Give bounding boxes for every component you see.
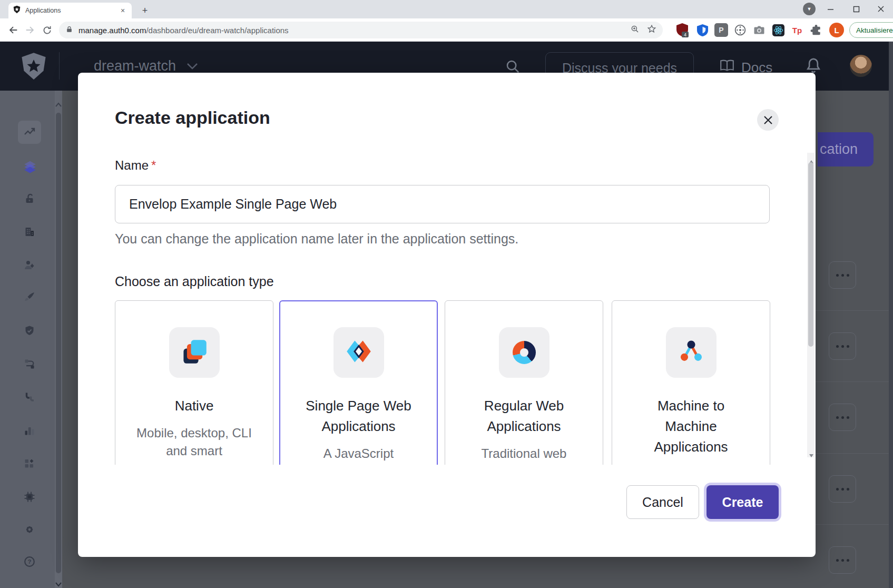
tab-close-icon[interactable]: × bbox=[118, 6, 127, 15]
card-description: Mobile, desktop, CLI and smart bbox=[136, 424, 253, 460]
application-name-input[interactable] bbox=[115, 185, 770, 223]
extensions-puzzle-icon[interactable] bbox=[809, 23, 823, 37]
zoom-in-icon[interactable] bbox=[630, 24, 640, 36]
update-button-label: Aktualisieren bbox=[856, 26, 893, 34]
sidebar-item-branding[interactable] bbox=[23, 291, 36, 303]
required-asterisk: * bbox=[151, 158, 156, 172]
sidebar-item-user-management[interactable] bbox=[23, 259, 36, 271]
page-scrollbar-right[interactable] bbox=[889, 42, 893, 588]
card-description: Traditional web bbox=[482, 445, 567, 463]
card-title: Regular Web Applications bbox=[466, 396, 582, 437]
url-bar[interactable]: manage.auth0.com/dashboard/eu/dream-watc… bbox=[59, 22, 663, 38]
svg-text:?: ? bbox=[27, 558, 31, 565]
lock-icon bbox=[65, 25, 73, 35]
card-single-page-web[interactable]: Single Page Web Applications A JavaScrip… bbox=[279, 300, 438, 465]
create-button[interactable]: Create bbox=[706, 485, 779, 519]
m2m-icon-box bbox=[666, 327, 717, 378]
reload-icon[interactable] bbox=[40, 23, 54, 37]
ublock-extension-icon[interactable]: 4 bbox=[675, 23, 689, 37]
row-actions-menu-button[interactable] bbox=[829, 475, 856, 503]
sidebar-item-extensions[interactable] bbox=[23, 491, 36, 503]
url-text: manage.auth0.com/dashboard/eu/dream-watc… bbox=[78, 26, 630, 35]
regular-web-icon-box bbox=[499, 327, 549, 378]
machine-to-machine-icon bbox=[678, 338, 705, 367]
card-regular-web[interactable]: Regular Web Applications Traditional web bbox=[445, 300, 603, 465]
auth0-favicon-icon bbox=[13, 5, 21, 16]
sidebar-item-help[interactable]: ? bbox=[23, 555, 36, 568]
react-devtools-extension-icon[interactable] bbox=[771, 23, 785, 37]
native-app-icon bbox=[181, 338, 208, 367]
modal-scrollbar-thumb[interactable] bbox=[808, 162, 813, 347]
card-title: Single Page Web Applications bbox=[301, 396, 417, 437]
window-minimize-button[interactable] bbox=[818, 0, 842, 18]
browser-titlebar: Applications × + ▼ bbox=[0, 0, 893, 18]
close-icon bbox=[763, 115, 773, 125]
tampermonkey-extension-icon[interactable]: Tp bbox=[790, 23, 804, 37]
target-extension-icon[interactable] bbox=[733, 23, 747, 37]
sidebar-item-monitoring[interactable] bbox=[23, 424, 36, 437]
window-close-button[interactable] bbox=[869, 0, 893, 18]
native-icon-box bbox=[169, 327, 220, 378]
auth0-logo-icon bbox=[20, 52, 47, 83]
card-machine-to-machine[interactable]: Machine to Machine Applications bbox=[612, 300, 770, 465]
single-page-app-icon bbox=[345, 338, 372, 367]
modal-scrollbar-down-icon[interactable] bbox=[809, 450, 813, 453]
browser-tab-applications[interactable]: Applications × bbox=[8, 3, 132, 18]
chevron-down-icon[interactable] bbox=[185, 62, 199, 73]
row-actions-menu-button[interactable] bbox=[829, 261, 856, 289]
user-avatar[interactable] bbox=[850, 55, 872, 77]
application-type-cards: Native Mobile, desktop, CLI and smart Si… bbox=[115, 300, 773, 465]
new-tab-button[interactable]: + bbox=[138, 4, 152, 18]
modal-close-button[interactable] bbox=[757, 109, 779, 131]
regular-web-app-icon bbox=[513, 341, 536, 364]
sidebar-item-applications[interactable] bbox=[23, 160, 36, 172]
card-title: Native bbox=[175, 396, 214, 416]
sidebar-item-marketplace[interactable] bbox=[23, 457, 36, 470]
card-native[interactable]: Native Mobile, desktop, CLI and smart bbox=[115, 300, 273, 465]
sidebar-item-security[interactable] bbox=[23, 325, 36, 337]
bitwarden-extension-icon[interactable] bbox=[695, 23, 709, 37]
name-helper-text: You can change the application name late… bbox=[115, 231, 518, 247]
modal-title: Create application bbox=[115, 107, 270, 128]
p-extension-icon[interactable]: P bbox=[714, 23, 728, 37]
row-actions-menu-button[interactable] bbox=[829, 404, 856, 431]
spa-icon-box bbox=[333, 327, 384, 378]
sidebar-item-auth-pipeline[interactable] bbox=[23, 391, 36, 404]
sidebar-item-activity[interactable] bbox=[23, 126, 36, 139]
forward-icon[interactable] bbox=[23, 23, 37, 37]
tenant-selector[interactable]: dream-watch bbox=[94, 58, 176, 74]
browser-profile-avatar[interactable]: L bbox=[829, 23, 844, 37]
cancel-button[interactable]: Cancel bbox=[626, 485, 699, 519]
choose-application-type-label: Choose an application type bbox=[115, 274, 274, 289]
screen: Applications × + ▼ manage.auth0.com/dash… bbox=[0, 0, 893, 588]
scrollbar-down-icon[interactable] bbox=[55, 580, 62, 585]
browser-update-menu-button[interactable]: Aktualisieren ⋮ bbox=[849, 22, 893, 38]
browser-update-icon[interactable]: ▼ bbox=[803, 3, 816, 15]
bookmark-star-icon[interactable] bbox=[647, 24, 656, 36]
modal-scrollbar-up-icon[interactable] bbox=[809, 156, 813, 159]
row-actions-menu-button[interactable] bbox=[829, 546, 856, 574]
ublock-badge: 4 bbox=[684, 32, 686, 37]
row-actions-menu-button[interactable] bbox=[829, 332, 856, 360]
name-field-label: Name* bbox=[115, 158, 156, 173]
scrollbar-up-icon[interactable] bbox=[55, 100, 62, 105]
sidebar-item-organizations[interactable] bbox=[23, 226, 36, 238]
tab-title: Applications bbox=[25, 7, 118, 14]
create-application-button-background[interactable]: cation bbox=[818, 132, 874, 166]
scrollbar-thumb[interactable] bbox=[56, 113, 61, 573]
card-description: A JavaScript bbox=[323, 445, 394, 463]
header-divider bbox=[59, 52, 60, 80]
camera-extension-icon[interactable] bbox=[752, 23, 766, 37]
sidebar-item-actions[interactable] bbox=[23, 358, 36, 370]
sidebar-item-settings[interactable] bbox=[23, 523, 36, 536]
card-title: Machine to Machine Applications bbox=[633, 396, 749, 457]
sidebar-item-authentication[interactable] bbox=[23, 192, 36, 205]
window-maximize-button[interactable] bbox=[844, 0, 868, 18]
create-application-modal: Create application Name* You can change … bbox=[78, 73, 816, 557]
back-icon[interactable] bbox=[6, 23, 20, 37]
